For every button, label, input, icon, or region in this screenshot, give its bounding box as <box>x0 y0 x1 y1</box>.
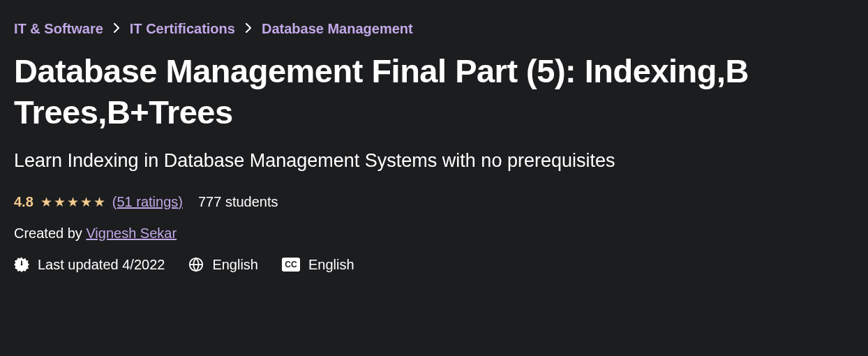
chevron-right-icon <box>245 23 252 36</box>
breadcrumb-link-3[interactable]: Database Management <box>262 21 413 37</box>
course-subtitle: Learn Indexing in Database Management Sy… <box>14 150 854 172</box>
new-badge-icon <box>14 257 29 272</box>
creator-label: Created by <box>14 225 86 241</box>
chevron-right-icon <box>113 23 120 36</box>
breadcrumb-link-2[interactable]: IT Certifications <box>130 21 235 37</box>
breadcrumb-link-1[interactable]: IT & Software <box>14 21 103 37</box>
star-rating: ★ ★ ★ ★ ★ <box>40 194 105 210</box>
closed-captions-icon: CC <box>282 258 300 272</box>
course-title: Database Management Final Part (5): Inde… <box>14 51 854 133</box>
star-icon: ★ <box>80 194 92 210</box>
star-icon: ★ <box>40 194 52 210</box>
students-count: 777 students <box>198 194 278 210</box>
language-info: English <box>188 257 258 273</box>
ratings-link[interactable]: (51 ratings) <box>112 194 183 210</box>
rating-value: 4.8 <box>14 194 33 210</box>
info-row: Last updated 4/2022 English CC English <box>14 257 854 273</box>
rating-row: 4.8 ★ ★ ★ ★ ★ (51 ratings) 777 students <box>14 194 854 210</box>
creator-link[interactable]: Vignesh Sekar <box>86 225 177 241</box>
star-icon: ★ <box>67 194 79 210</box>
captions-text: English <box>308 257 354 273</box>
captions-info: CC English <box>282 257 354 273</box>
svg-rect-1 <box>21 261 22 265</box>
globe-icon <box>188 257 204 272</box>
star-icon: ★ <box>93 194 105 210</box>
last-updated: Last updated 4/2022 <box>14 257 165 273</box>
language-text: English <box>212 257 258 273</box>
breadcrumb: IT & Software IT Certifications Database… <box>14 21 854 37</box>
star-icon: ★ <box>54 194 66 210</box>
creator-row: Created by Vignesh Sekar <box>14 225 854 242</box>
last-updated-text: Last updated 4/2022 <box>38 257 165 273</box>
